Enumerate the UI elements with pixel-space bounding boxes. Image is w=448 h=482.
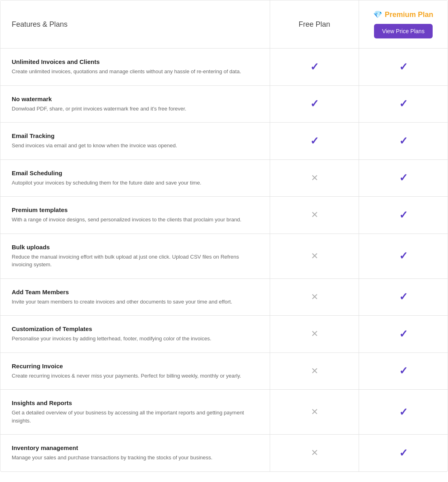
- feature-detail: Create recurring invoices & never miss y…: [12, 372, 258, 380]
- feature-detail: Personalise your invoices by adding lett…: [12, 335, 258, 343]
- premium-plan-cell: ✓: [359, 234, 448, 278]
- table-row: Customization of TemplatesPersonalise yo…: [0, 316, 448, 353]
- feature-detail: Create unlimited invoices, quotations an…: [12, 68, 258, 76]
- feature-description-cell: Customization of TemplatesPersonalise yo…: [0, 316, 270, 352]
- features-label: Features & Plans: [12, 20, 68, 29]
- free-plan-cell: ✕: [270, 160, 359, 197]
- free-plan-cell: ✓: [270, 123, 359, 159]
- cross-icon: ✕: [311, 366, 318, 376]
- feature-name: Unlimited Invoices and Clients: [12, 58, 258, 65]
- feature-description-cell: Bulk uploadsReduce the manual invoicing …: [0, 234, 270, 278]
- feature-detail: Get a detailed overview of your business…: [12, 409, 258, 425]
- free-plan-cell: ✕: [270, 353, 359, 390]
- feature-description-cell: Recurring InvoiceCreate recurring invoic…: [0, 353, 270, 390]
- feature-detail: Invite your team members to create invoi…: [12, 298, 258, 306]
- features-header-cell: Features & Plans: [0, 0, 270, 48]
- check-icon: ✓: [399, 209, 408, 221]
- feature-rows: Unlimited Invoices and ClientsCreate unl…: [0, 49, 448, 471]
- feature-description-cell: Inventory managementManage your sales an…: [0, 435, 270, 471]
- free-plan-cell: ✕: [270, 316, 359, 352]
- table-row: Email TrackingSend invoices via email an…: [0, 123, 448, 160]
- view-price-plans-button[interactable]: View Price Plans: [374, 24, 433, 38]
- free-plan-cell: ✓: [270, 86, 359, 123]
- feature-description-cell: Premium templatesWith a range of invoice…: [0, 197, 270, 234]
- feature-detail: Autopilot your invoices by scheduling th…: [12, 179, 258, 187]
- cross-icon: ✕: [311, 329, 318, 339]
- premium-plan-cell: ✓: [359, 49, 448, 85]
- feature-detail: With a range of invoice designs, send pe…: [12, 216, 258, 224]
- check-icon: ✓: [310, 98, 319, 110]
- check-icon: ✓: [399, 98, 408, 110]
- table-row: Add Team MembersInvite your team members…: [0, 279, 448, 316]
- check-icon: ✓: [399, 250, 408, 262]
- feature-name: Insights and Reports: [12, 399, 258, 406]
- table-row: Recurring InvoiceCreate recurring invoic…: [0, 353, 448, 390]
- free-plan-cell: ✕: [270, 197, 359, 234]
- free-plan-cell: ✕: [270, 435, 359, 471]
- free-plan-cell: ✕: [270, 279, 359, 316]
- free-plan-cell: ✕: [270, 390, 359, 434]
- cross-icon: ✕: [311, 210, 318, 220]
- free-plan-cell: ✕: [270, 234, 359, 278]
- check-icon: ✓: [310, 61, 319, 73]
- check-icon: ✓: [399, 447, 408, 459]
- feature-name: Email Tracking: [12, 132, 258, 139]
- table-row: Premium templatesWith a range of invoice…: [0, 197, 448, 234]
- cross-icon: ✕: [311, 251, 318, 261]
- feature-name: Inventory management: [12, 444, 258, 451]
- check-icon: ✓: [399, 365, 408, 377]
- free-plan-header-cell: Free Plan: [270, 0, 359, 48]
- premium-plan-cell: ✓: [359, 353, 448, 390]
- premium-plan-cell: ✓: [359, 316, 448, 352]
- premium-plan-cell: ✓: [359, 435, 448, 471]
- premium-plan-label: Premium Plan: [385, 11, 433, 19]
- free-plan-label: Free Plan: [298, 20, 330, 29]
- feature-name: Recurring Invoice: [12, 363, 258, 369]
- table-row: Email SchedulingAutopilot your invoices …: [0, 160, 448, 197]
- premium-plan-cell: ✓: [359, 86, 448, 123]
- check-icon: ✓: [310, 135, 319, 147]
- cross-icon: ✕: [311, 407, 318, 417]
- feature-detail: Manage your sales and purchase transacti…: [12, 454, 258, 462]
- feature-description-cell: Insights and ReportsGet a detailed overv…: [0, 390, 270, 434]
- feature-name: Bulk uploads: [12, 244, 258, 251]
- check-icon: ✓: [399, 291, 408, 303]
- table-header: Features & Plans Free Plan 💎 Premium Pla…: [0, 0, 448, 49]
- pricing-table: Features & Plans Free Plan 💎 Premium Pla…: [0, 0, 448, 472]
- premium-plan-cell: ✓: [359, 390, 448, 434]
- feature-detail: Send invoices via email and get to know …: [12, 142, 258, 150]
- premium-plan-cell: ✓: [359, 279, 448, 316]
- table-row: Inventory managementManage your sales an…: [0, 435, 448, 471]
- check-icon: ✓: [399, 328, 408, 340]
- cross-icon: ✕: [311, 173, 318, 183]
- table-row: Bulk uploadsReduce the manual invoicing …: [0, 234, 448, 279]
- feature-description-cell: Unlimited Invoices and ClientsCreate unl…: [0, 49, 270, 85]
- premium-plan-cell: ✓: [359, 123, 448, 159]
- premium-plan-header-cell: 💎 Premium Plan View Price Plans: [359, 0, 448, 48]
- feature-description-cell: No watermarkDonwload PDF, share, or prin…: [0, 86, 270, 123]
- check-icon: ✓: [399, 135, 408, 147]
- feature-name: Customization of Templates: [12, 325, 258, 332]
- feature-detail: Reduce the manual invoicing effort with …: [12, 253, 258, 269]
- check-icon: ✓: [399, 406, 408, 418]
- check-icon: ✓: [399, 172, 408, 184]
- feature-detail: Donwload PDF, share, or print invoices w…: [12, 105, 258, 113]
- feature-name: Add Team Members: [12, 289, 258, 295]
- diamond-icon: 💎: [373, 10, 382, 19]
- feature-description-cell: Email SchedulingAutopilot your invoices …: [0, 160, 270, 197]
- premium-plan-title: 💎 Premium Plan: [373, 10, 433, 19]
- premium-plan-cell: ✓: [359, 160, 448, 197]
- feature-name: Premium templates: [12, 206, 258, 213]
- cross-icon: ✕: [311, 292, 318, 302]
- table-row: No watermarkDonwload PDF, share, or prin…: [0, 86, 448, 123]
- table-row: Unlimited Invoices and ClientsCreate unl…: [0, 49, 448, 86]
- table-row: Insights and ReportsGet a detailed overv…: [0, 390, 448, 435]
- free-plan-cell: ✓: [270, 49, 359, 85]
- check-icon: ✓: [399, 61, 408, 73]
- feature-description-cell: Email TrackingSend invoices via email an…: [0, 123, 270, 159]
- feature-name: No watermark: [12, 96, 258, 102]
- feature-description-cell: Add Team MembersInvite your team members…: [0, 279, 270, 316]
- cross-icon: ✕: [311, 448, 318, 458]
- feature-name: Email Scheduling: [12, 170, 258, 176]
- premium-plan-cell: ✓: [359, 197, 448, 234]
